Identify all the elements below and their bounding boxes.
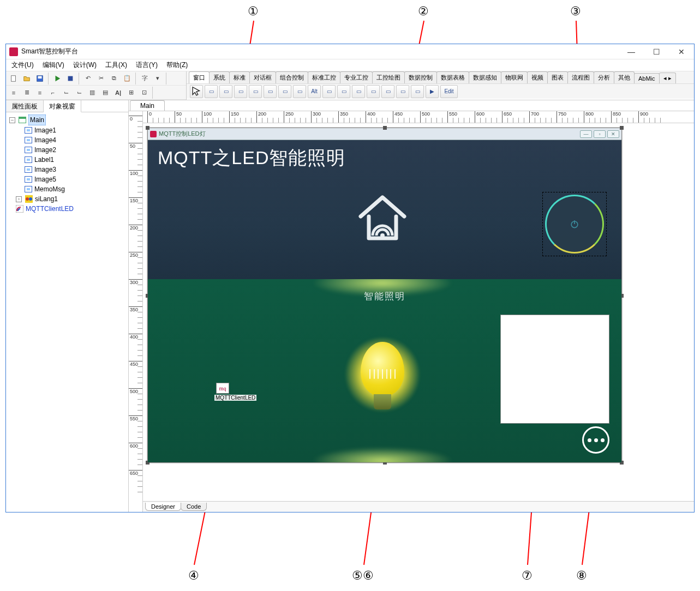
palette-tab-inddraw[interactable]: 工控绘图: [372, 71, 405, 83]
palette-tab-other[interactable]: 其他: [614, 71, 635, 83]
menu-help[interactable]: 帮助(Z): [163, 59, 191, 71]
palette-comp-edit[interactable]: Edit: [440, 85, 458, 98]
label-tool-button[interactable]: A|: [112, 87, 124, 99]
palette-comp-9[interactable]: ▭: [337, 85, 350, 98]
tree-node-label1[interactable]: Label1: [34, 155, 54, 165]
window-close-button[interactable]: ✕: [669, 44, 694, 59]
palette-comp-14[interactable]: ▭: [411, 85, 424, 98]
palette-tab-datactrl[interactable]: 数据控制: [404, 71, 437, 83]
palette-comp-10[interactable]: ▭: [352, 85, 365, 98]
palette-tab-analysis[interactable]: 分析: [594, 71, 614, 83]
palette-tab-video[interactable]: 视频: [527, 71, 548, 83]
resize-handle[interactable]: [620, 126, 624, 130]
more-button-image[interactable]: [582, 426, 609, 454]
tree-node-main[interactable]: Main: [28, 114, 46, 125]
window-maximize-button[interactable]: ☐: [644, 44, 669, 59]
lower-panel-image[interactable]: 智能照明: [148, 279, 621, 462]
palette-tab-abmic[interactable]: AbMic: [634, 73, 660, 83]
resize-handle[interactable]: [146, 126, 149, 130]
paste-button[interactable]: 📋: [121, 73, 133, 85]
tree-node-image5[interactable]: Image5: [34, 174, 56, 184]
design-form[interactable]: MQTT控制LED灯 — ▫ ✕: [147, 128, 622, 463]
new-button[interactable]: [8, 73, 20, 85]
group-button[interactable]: ⊡: [138, 87, 150, 99]
palette-comp-1[interactable]: ▭: [205, 85, 218, 98]
tree-node-image1[interactable]: Image1: [34, 125, 56, 135]
palette-tab-stdind[interactable]: 标准工控: [308, 71, 340, 83]
palette-tab-scroll[interactable]: ◂ ▸: [659, 73, 676, 83]
palette-tab-system[interactable]: 系统: [209, 71, 230, 83]
form-titlebar[interactable]: MQTT控制LED灯 — ▫ ✕: [148, 128, 621, 140]
align-middle-button[interactable]: ⌙: [60, 87, 72, 99]
palette-comp-4[interactable]: ▭: [249, 85, 262, 98]
tree-expand-icon[interactable]: ›: [16, 196, 22, 202]
stop-button[interactable]: [64, 73, 76, 85]
palette-comp-13[interactable]: ▭: [396, 85, 409, 98]
palette-comp-2[interactable]: ▭: [219, 85, 232, 98]
tree-collapse-icon[interactable]: –: [9, 117, 15, 123]
palette-pointer-button[interactable]: [190, 85, 203, 98]
menu-language[interactable]: 语言(Y): [133, 59, 161, 71]
align-center-button[interactable]: ≣: [21, 87, 33, 99]
palette-comp-5[interactable]: ▭: [264, 85, 277, 98]
distribute-h-button[interactable]: ▥: [86, 87, 98, 99]
copy-button[interactable]: ⧉: [108, 73, 120, 85]
doc-tab-main[interactable]: Main: [130, 100, 165, 111]
menu-tools[interactable]: 工具(X): [102, 59, 130, 71]
left-tab-objects[interactable]: 对象视窗: [44, 100, 81, 112]
menu-design[interactable]: 设计(W): [70, 59, 100, 71]
tab-order-button[interactable]: ⊞: [125, 87, 137, 99]
menu-file[interactable]: 文件(U): [8, 59, 37, 71]
tree-node-silang1[interactable]: siLang1: [35, 194, 58, 204]
undo-button[interactable]: ↶: [82, 73, 94, 85]
palette-tab-dialog[interactable]: 对话框: [249, 71, 276, 83]
palette-tab-groupctrl[interactable]: 组合控制: [276, 71, 308, 83]
align-top-button[interactable]: ⌐: [47, 87, 59, 99]
lang-button[interactable]: 字: [139, 73, 151, 85]
memo-msg[interactable]: [500, 315, 609, 424]
palette-tab-iot[interactable]: 物联网: [501, 71, 528, 83]
palette-comp-11[interactable]: ▭: [367, 85, 380, 98]
palette-tab-standard[interactable]: 标准: [229, 71, 250, 83]
tree-node-image2[interactable]: Image2: [34, 145, 56, 155]
power-button-image[interactable]: [545, 195, 604, 254]
palette-comp-8[interactable]: ▭: [322, 85, 336, 98]
align-right-button[interactable]: ≡: [34, 87, 46, 99]
palette-comp-12[interactable]: ▭: [381, 85, 394, 98]
palette-comp-3[interactable]: ▭: [234, 85, 247, 98]
bulb-image[interactable]: [355, 342, 410, 429]
tree-node-image3[interactable]: Image3: [34, 165, 56, 174]
tree-node-mqttclientled[interactable]: MQTTClientLED: [26, 204, 74, 214]
resize-handle[interactable]: [383, 126, 387, 130]
titlebar[interactable]: Smart智慧控制平台 — ☐ ✕: [6, 44, 694, 59]
left-tab-properties[interactable]: 属性面板: [6, 100, 44, 112]
cut-button[interactable]: ✂: [95, 73, 107, 85]
palette-tab-proind[interactable]: 专业工控: [340, 71, 373, 83]
canvas-viewport[interactable]: MQTT控制LED灯 — ▫ ✕: [143, 123, 694, 501]
palette-comp-6[interactable]: ▭: [278, 85, 291, 98]
palette-tab-datagrid[interactable]: 数据表格: [436, 71, 469, 83]
bottom-tab-designer[interactable]: Designer: [145, 503, 181, 511]
lang-toggle-button[interactable]: ▾: [152, 73, 164, 85]
object-tree[interactable]: –Main Image1 Image4 Image2 Label1 Image3…: [6, 112, 128, 512]
palette-tab-window[interactable]: 窗口: [189, 71, 210, 83]
hero-image[interactable]: MQTT之LED智能照明: [148, 140, 621, 279]
palette-comp-alt[interactable]: Alt: [308, 85, 321, 98]
palette-tab-flow[interactable]: 流程图: [567, 71, 594, 83]
smart-home-icon[interactable]: [350, 184, 415, 249]
bottom-tab-code[interactable]: Code: [181, 503, 207, 511]
save-button[interactable]: [34, 73, 46, 85]
form-max-button[interactable]: ▫: [594, 130, 606, 138]
palette-tab-chart[interactable]: 图表: [547, 71, 568, 83]
form-close-button[interactable]: ✕: [607, 130, 619, 138]
window-minimize-button[interactable]: —: [619, 44, 644, 59]
label-smart-lighting[interactable]: 智能照明: [148, 290, 621, 303]
palette-tab-dataaware[interactable]: 数据感知: [469, 71, 501, 83]
open-button[interactable]: [21, 73, 33, 85]
palette-comp-7[interactable]: ▭: [293, 85, 306, 98]
tree-node-image4[interactable]: Image4: [34, 135, 56, 145]
tree-node-memomsg[interactable]: MemoMsg: [34, 184, 65, 194]
mqtt-client-component[interactable]: mq MQTTClientLED: [214, 383, 231, 401]
palette-comp-play[interactable]: ▶: [426, 85, 439, 98]
menu-edit[interactable]: 编辑(V): [39, 59, 68, 71]
